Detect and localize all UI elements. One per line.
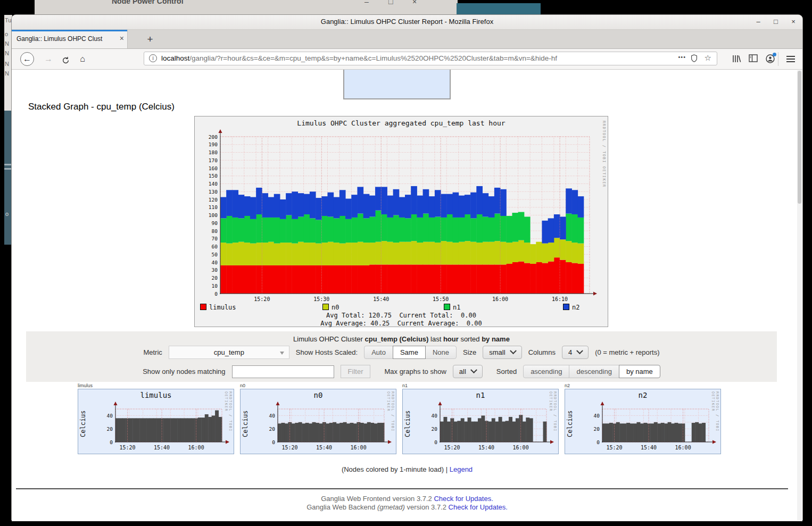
svg-text:140: 140 [209,181,218,187]
tab-close-icon[interactable]: × [120,35,124,42]
svg-text:170: 170 [209,157,218,163]
svg-text:90: 90 [212,220,218,226]
chart-stats-totals: Avg Total: 120.75 Current Total: 0.00 [195,312,608,319]
maximize-button[interactable]: □ [769,15,783,28]
check-updates-link[interactable]: Check for Updates. [434,495,493,503]
footer-divider [16,488,788,489]
cluster-summary: Limulus OHPC Cluster cpu_temp (Celcius) … [26,335,777,343]
small-chart-title: n2 [565,391,720,399]
nodes-colored-note: (Nodes colored by 1-minute load) | Legen… [12,465,802,473]
sort-by-name-button[interactable]: by name [619,365,660,378]
reload-icon[interactable] [59,52,72,66]
bg-minimize-icon: – [364,0,369,6]
svg-text:160: 160 [209,165,218,171]
scaled-auto-button[interactable]: Auto [364,346,393,359]
url-text[interactable]: localhost/ganglia/?r=hour&cs=&ce=&m=cpu_… [161,54,614,62]
host-graph-n0[interactable]: n0 Celcius 15:2015:4016:0002040 RRDTOOL … [240,389,396,454]
scaled-none-button[interactable]: None [425,346,457,359]
toolbar-separator [778,52,778,66]
sort-descending-button[interactable]: descending [569,365,619,378]
sort-ascending-button[interactable]: ascending [523,365,569,378]
rrdtool-watermark: RRDTOOL / TOBI OETIKER [386,391,395,454]
size-select[interactable]: small [483,346,521,359]
home-button[interactable]: ⌂ [76,52,89,66]
svg-text:0: 0 [434,439,437,445]
metric-label: Metric [143,348,162,356]
screenshot-stage: Node Power Control – □ × Tu o N N N N o … [0,0,812,526]
svg-text:110: 110 [209,204,218,210]
url-path: /ganglia/?r=hour&cs=&ce=&m=cpu_temp&s=by… [189,54,557,62]
svg-text:16:00: 16:00 [492,296,508,302]
bg-close-icon: × [412,0,417,6]
url-bar[interactable]: i localhost/ganglia/?r=hour&cs=&ce=&m=cp… [144,52,717,65]
forward-button[interactable]: → [42,52,55,66]
columns-note: (0 = metric + reports) [595,348,659,356]
window-titlebar[interactable]: Ganglia:: Limulus OHPC Cluster Report - … [12,15,802,30]
background-window-sliver: Tu o N N N N [4,15,12,111]
scrollbar[interactable] [797,70,802,521]
pocket-shield-icon[interactable] [691,54,698,64]
site-info-icon[interactable]: i [149,54,157,62]
sidebar-icon[interactable] [749,54,758,64]
columns-select[interactable]: 4 [562,346,589,359]
svg-text:15:40: 15:40 [373,296,389,302]
close-button[interactable]: × [786,15,800,28]
chart-stats-averages: Avg Average: 40.25 Current Average: 0.00 [195,320,608,327]
host-link-n0[interactable]: n0 [240,383,245,388]
legend-swatch [200,304,206,310]
back-button[interactable]: ← [20,52,34,66]
menu-icon[interactable] [786,56,795,64]
node-filter-input[interactable] [232,365,334,378]
legend-link[interactable]: Legend [450,465,473,473]
svg-text:15:40: 15:40 [478,445,494,450]
host-graph-n1[interactable]: n1 Celcius 15:2015:4016:0002040 RRDTOOL … [402,389,559,454]
filter-button[interactable]: Filter [341,365,371,378]
url-fade [591,53,623,64]
footer-frontend: Ganglia Web Frontend version 3.7.2 Check… [12,495,802,503]
host-link-n1[interactable]: n1 [402,383,408,388]
stacked-graph-image[interactable]: Limulus OHPC Cluster aggregated cpu_temp… [194,116,608,327]
legend-swatch [444,304,450,310]
svg-text:15:20: 15:20 [444,445,460,450]
new-tab-button[interactable]: + [142,30,159,48]
svg-text:15:20: 15:20 [282,445,298,450]
tab-ganglia[interactable]: Ganglia:: Limulus OHPC Clust × [12,30,128,48]
max-graphs-label: Max graphs to show [384,368,446,375]
scrollbar-thumb[interactable] [798,71,801,204]
svg-text:20: 20 [212,275,218,281]
svg-text:80: 80 [212,228,218,234]
rrdtool-watermark: RRDTOOL / TOBI OETIKER [549,391,557,454]
account-icon[interactable] [766,54,775,65]
bg-maximize-icon: □ [388,0,393,6]
svg-text:10: 10 [212,283,218,289]
svg-text:15:40: 15:40 [154,445,170,450]
chevron-down-icon [576,347,583,354]
check-updates-link[interactable]: Check for Updates. [449,503,508,511]
svg-text:16:00: 16:00 [675,445,691,450]
scaled-same-button[interactable]: Same [393,346,426,359]
host-graph-n2[interactable]: n2 Celcius 15:2015:4016:0002040 RRDTOOL … [565,389,721,454]
account-notification-dot [773,53,776,56]
svg-text:15:40: 15:40 [316,445,332,450]
background-window-sliver-dark: o [4,111,12,245]
max-graphs-select[interactable]: all [453,365,483,378]
sliver-text: o [5,31,8,37]
svg-text:16:00: 16:00 [513,445,529,450]
svg-text:70: 70 [212,236,218,241]
library-icon[interactable] [732,54,741,65]
bookmark-star-icon[interactable]: ☆ [705,53,711,63]
svg-text:20: 20 [107,426,113,432]
small-chart-title: n1 [403,391,558,399]
url-host: localhost [161,54,189,62]
svg-text:16:00: 16:00 [351,445,367,450]
legend-limulus: limulus [200,304,236,311]
host-link-limulus[interactable]: limulus [78,383,93,388]
sorted-label: Sorted [496,368,517,375]
page-actions-icon[interactable]: ••• [678,54,686,60]
host-graph-limulus[interactable]: limulus Celcius 15:2015:4016:0002040 RRD… [78,389,234,454]
svg-text:40: 40 [212,260,218,265]
minimize-button[interactable]: – [751,15,765,28]
host-link-n2[interactable]: n2 [565,383,570,388]
controls-panel: Limulus OHPC Cluster cpu_temp (Celcius) … [26,331,777,382]
metric-select[interactable]: cpu_temp [169,346,289,359]
